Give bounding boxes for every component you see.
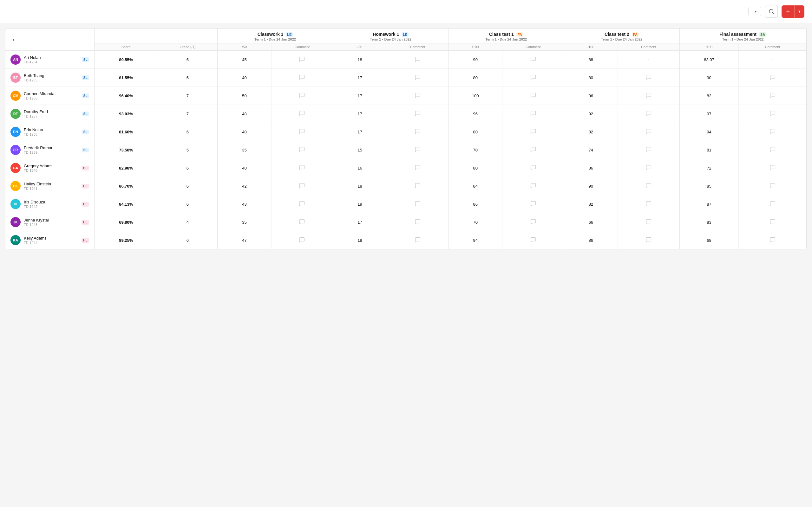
ct2-comment[interactable] bbox=[618, 141, 679, 159]
comment-icon[interactable] bbox=[530, 182, 537, 189]
comment-icon[interactable] bbox=[299, 201, 305, 207]
comment-icon[interactable] bbox=[530, 56, 537, 62]
ct1-comment[interactable] bbox=[502, 69, 564, 87]
fa-comment[interactable] bbox=[739, 69, 807, 87]
comment-icon[interactable] bbox=[415, 237, 421, 243]
comment-icon[interactable] bbox=[299, 182, 305, 189]
cw1-comment[interactable] bbox=[271, 87, 333, 105]
hw1-comment[interactable] bbox=[387, 123, 449, 141]
comment-icon[interactable] bbox=[646, 74, 652, 80]
comment-icon[interactable] bbox=[415, 164, 421, 171]
comment-icon[interactable] bbox=[530, 201, 537, 207]
fa-comment[interactable]: - bbox=[739, 51, 807, 69]
comment-icon[interactable] bbox=[646, 128, 652, 135]
comment-icon[interactable] bbox=[769, 219, 776, 225]
comment-icon[interactable] bbox=[646, 164, 652, 171]
fa-comment[interactable] bbox=[739, 195, 807, 213]
comment-icon[interactable] bbox=[415, 92, 421, 99]
cw1-comment[interactable] bbox=[271, 159, 333, 177]
comment-icon[interactable] bbox=[769, 182, 776, 189]
cw1-comment[interactable] bbox=[271, 231, 333, 249]
comment-icon[interactable] bbox=[646, 147, 652, 153]
comment-icon[interactable] bbox=[415, 128, 421, 135]
ct1-comment[interactable] bbox=[502, 141, 564, 159]
fa-comment[interactable] bbox=[739, 213, 807, 231]
ct2-comment[interactable] bbox=[618, 87, 679, 105]
student-name-header[interactable]: ▼ bbox=[5, 29, 94, 51]
comment-icon[interactable] bbox=[299, 219, 305, 225]
comment-icon[interactable] bbox=[415, 56, 421, 62]
term-selector[interactable]: ▼ bbox=[748, 7, 762, 16]
comment-icon[interactable] bbox=[769, 74, 776, 80]
hw1-comment[interactable] bbox=[387, 69, 449, 87]
comment-icon[interactable] bbox=[299, 147, 305, 153]
ct2-comment[interactable] bbox=[618, 159, 679, 177]
comment-icon[interactable] bbox=[299, 92, 305, 99]
ct1-comment[interactable] bbox=[502, 51, 564, 69]
comment-icon[interactable] bbox=[530, 110, 537, 117]
fa-comment[interactable] bbox=[739, 87, 807, 105]
cw1-comment[interactable] bbox=[271, 141, 333, 159]
fa-comment[interactable] bbox=[739, 177, 807, 195]
hw1-comment[interactable] bbox=[387, 159, 449, 177]
comment-icon[interactable] bbox=[530, 147, 537, 153]
comment-icon[interactable] bbox=[415, 201, 421, 207]
comment-icon[interactable] bbox=[769, 92, 776, 99]
ct1-comment[interactable] bbox=[502, 195, 564, 213]
comment-icon[interactable] bbox=[530, 164, 537, 171]
cw1-comment[interactable] bbox=[271, 51, 333, 69]
comment-icon[interactable] bbox=[769, 147, 776, 153]
comment-icon[interactable] bbox=[415, 182, 421, 189]
ct2-comment[interactable]: - bbox=[618, 51, 679, 69]
ct2-comment[interactable] bbox=[618, 123, 679, 141]
ct1-comment[interactable] bbox=[502, 177, 564, 195]
comment-icon[interactable] bbox=[530, 92, 537, 99]
comment-icon[interactable] bbox=[530, 128, 537, 135]
comment-icon[interactable] bbox=[646, 219, 652, 225]
comment-icon[interactable] bbox=[530, 74, 537, 80]
comment-icon[interactable] bbox=[769, 128, 776, 135]
comment-icon[interactable] bbox=[415, 74, 421, 80]
comment-icon[interactable] bbox=[299, 110, 305, 117]
fa-comment[interactable] bbox=[739, 123, 807, 141]
comment-icon[interactable] bbox=[646, 182, 652, 189]
comment-icon[interactable] bbox=[530, 219, 537, 225]
ct2-comment[interactable] bbox=[618, 177, 679, 195]
comment-icon[interactable] bbox=[299, 164, 305, 171]
comment-icon[interactable] bbox=[769, 201, 776, 207]
cw1-comment[interactable] bbox=[271, 69, 333, 87]
ct2-comment[interactable] bbox=[618, 69, 679, 87]
fa-comment[interactable] bbox=[739, 141, 807, 159]
cw1-comment[interactable] bbox=[271, 195, 333, 213]
cw1-comment[interactable] bbox=[271, 177, 333, 195]
ct2-comment[interactable] bbox=[618, 231, 679, 249]
comment-icon[interactable] bbox=[646, 92, 652, 99]
ct2-comment[interactable] bbox=[618, 213, 679, 231]
student-sort-control[interactable]: ▼ bbox=[10, 38, 89, 42]
hw1-comment[interactable] bbox=[387, 213, 449, 231]
comment-icon[interactable] bbox=[646, 237, 652, 243]
ct1-comment[interactable] bbox=[502, 231, 564, 249]
comment-icon[interactable] bbox=[415, 219, 421, 225]
cw1-comment[interactable] bbox=[271, 105, 333, 123]
fa-comment[interactable] bbox=[739, 231, 807, 249]
comment-icon[interactable] bbox=[299, 237, 305, 243]
ct2-comment[interactable] bbox=[618, 105, 679, 123]
ct2-comment[interactable] bbox=[618, 195, 679, 213]
search-button[interactable] bbox=[765, 5, 778, 18]
comment-icon[interactable] bbox=[769, 237, 776, 243]
hw1-comment[interactable] bbox=[387, 51, 449, 69]
cw1-comment[interactable] bbox=[271, 213, 333, 231]
comment-icon[interactable] bbox=[415, 147, 421, 153]
comment-icon[interactable] bbox=[530, 237, 537, 243]
ct1-comment[interactable] bbox=[502, 87, 564, 105]
ct1-comment[interactable] bbox=[502, 105, 564, 123]
hw1-comment[interactable] bbox=[387, 177, 449, 195]
ct1-comment[interactable] bbox=[502, 159, 564, 177]
cw1-comment[interactable] bbox=[271, 123, 333, 141]
hw1-comment[interactable] bbox=[387, 195, 449, 213]
ct1-comment[interactable] bbox=[502, 123, 564, 141]
hw1-comment[interactable] bbox=[387, 141, 449, 159]
comment-icon[interactable] bbox=[769, 164, 776, 171]
comment-icon[interactable] bbox=[646, 201, 652, 207]
